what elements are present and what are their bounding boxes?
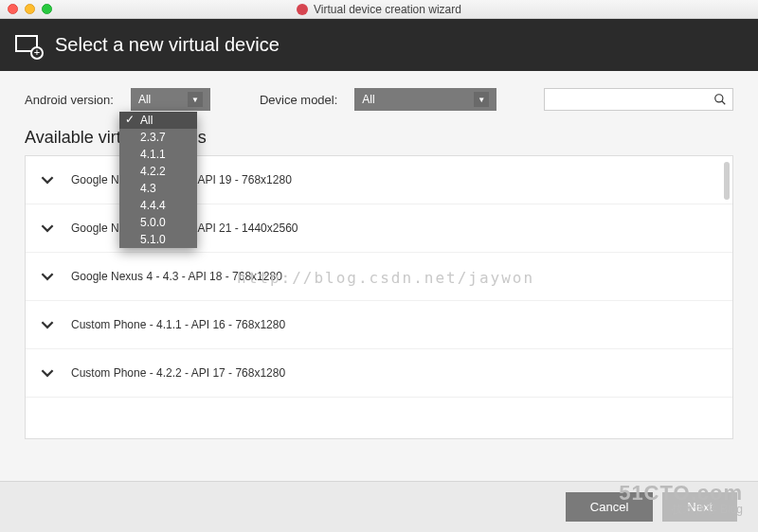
device-label: Google Nexus 4 - 4.3 - API 18 - 768x1280 <box>71 270 282 283</box>
chevron-down-icon <box>41 366 54 380</box>
search-field[interactable] <box>550 93 713 106</box>
dropdown-option[interactable]: 4.4.4 <box>119 197 197 214</box>
window-controls <box>8 4 52 14</box>
filter-row: Android version: All ▼ Device model: All… <box>0 71 758 120</box>
chevron-down-icon <box>41 270 54 283</box>
page-title: Select a new virtual device <box>55 34 280 56</box>
dropdown-option[interactable]: 4.2.2 <box>119 163 197 180</box>
device-row[interactable]: Custom Phone - 4.2.2 - API 17 - 768x1280 <box>26 349 732 398</box>
device-row[interactable]: Custom Phone - 4.1.1 - API 16 - 768x1280 <box>26 301 732 349</box>
device-model-select[interactable]: All ▼ <box>354 88 496 111</box>
svg-line-1 <box>722 101 726 105</box>
chevron-down-icon <box>41 222 54 235</box>
window-title: Virtual device creation wizard <box>314 3 461 16</box>
window-title-wrap: Virtual device creation wizard <box>0 3 758 16</box>
dropdown-option[interactable]: 2.3.7 <box>119 129 197 146</box>
device-model-value: All <box>362 93 374 106</box>
android-version-dropdown[interactable]: All 2.3.7 4.1.1 4.2.2 4.3 4.4.4 5.0.0 5.… <box>119 112 197 248</box>
android-version-label: Android version: <box>25 93 114 107</box>
app-icon <box>297 4 308 15</box>
dropdown-option[interactable]: 4.3 <box>119 180 197 197</box>
search-input[interactable] <box>544 88 733 111</box>
device-label: Custom Phone - 4.1.1 - API 16 - 768x1280 <box>71 318 285 331</box>
titlebar: Virtual device creation wizard <box>0 0 758 19</box>
add-device-icon: + <box>15 35 42 56</box>
chevron-down-icon: ▼ <box>474 92 489 107</box>
dropdown-option[interactable]: 5.0.0 <box>119 214 197 231</box>
dropdown-option[interactable]: 4.1.1 <box>119 146 197 163</box>
minimize-window-button[interactable] <box>25 4 35 14</box>
device-label: Custom Phone - 4.2.2 - API 17 - 768x1280 <box>71 366 285 380</box>
wizard-footer: Cancel Next <box>0 481 758 532</box>
chevron-down-icon <box>41 318 54 331</box>
device-model-label: Device model: <box>260 93 337 107</box>
device-row[interactable]: Google Nexus 4 - 4.3 - API 18 - 768x1280 <box>26 253 732 301</box>
dropdown-option[interactable]: 5.1.0 <box>119 231 197 248</box>
chevron-down-icon <box>41 173 54 186</box>
dropdown-option[interactable]: All <box>119 112 197 129</box>
close-window-button[interactable] <box>8 4 18 14</box>
android-version-select[interactable]: All ▼ <box>131 88 210 111</box>
next-button: Next <box>662 492 737 522</box>
chevron-down-icon: ▼ <box>188 92 203 107</box>
zoom-window-button[interactable] <box>42 4 52 14</box>
svg-point-0 <box>715 95 723 102</box>
search-icon <box>713 93 727 106</box>
scrollbar-thumb[interactable] <box>724 162 730 200</box>
available-devices-heading: Available virtual devices <box>0 120 758 155</box>
page-header: + Select a new virtual device <box>0 19 758 71</box>
android-version-value: All <box>138 93 151 106</box>
cancel-button[interactable]: Cancel <box>566 492 653 522</box>
